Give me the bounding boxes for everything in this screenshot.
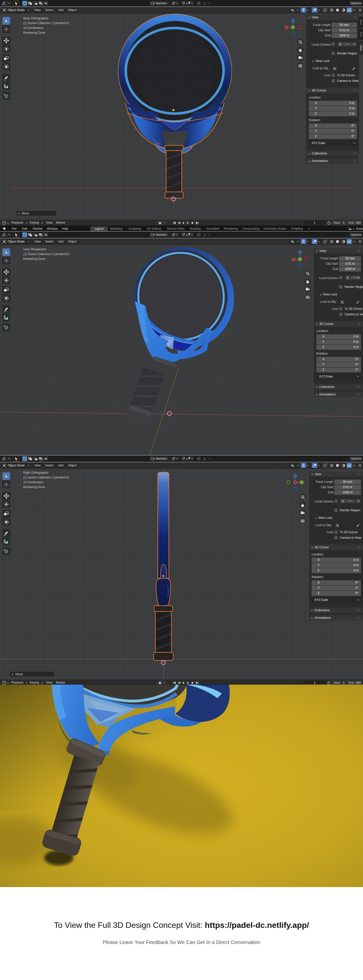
svg-text:Y: Y [292,26,294,29]
svg-text:X: X [286,26,287,29]
svg-text:Z: Z [294,474,296,477]
svg-text:Z: Z [292,19,294,22]
svg-text:X: X [293,258,294,261]
svg-text:X: X [294,481,296,484]
svg-text:Y: Y [301,481,302,484]
svg-text:Y: Y [299,258,301,261]
svg-text:Z: Z [299,251,301,253]
